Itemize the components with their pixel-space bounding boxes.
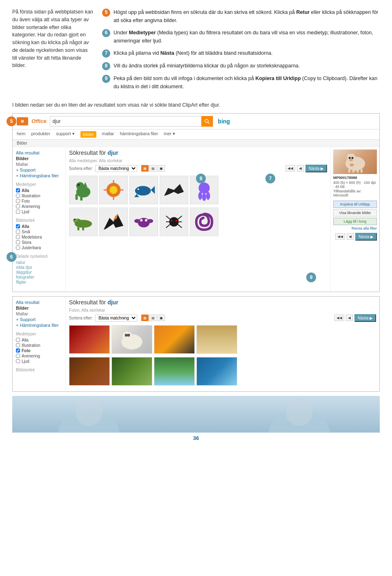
cb2-animering-input[interactable] bbox=[16, 354, 20, 358]
next-page-btn[interactable]: Nästa ▶ bbox=[305, 165, 327, 172]
svg-point-19 bbox=[198, 182, 209, 193]
prev-page-btn[interactable]: ◀ bbox=[297, 165, 304, 172]
sort-select-1[interactable]: Bästa matchning bbox=[95, 165, 137, 172]
cb-medelstora[interactable]: Medelstora bbox=[16, 235, 62, 239]
sort-select-2[interactable]: Bästa matchning bbox=[95, 315, 137, 321]
img-cell-swirl[interactable] bbox=[190, 208, 218, 236]
sidebar2-hamtning[interactable]: + Hämtningsbara filer bbox=[16, 323, 62, 328]
cb2-ljud[interactable]: Ljud bbox=[16, 359, 62, 364]
cb-stora-input[interactable] bbox=[16, 240, 20, 244]
sidebar-tags: Delade nyckelord natur vilda djur däggdj… bbox=[16, 254, 62, 284]
img-cell-crab[interactable] bbox=[129, 208, 158, 236]
nav-hamtning[interactable]: hämtningsbara filer bbox=[120, 131, 158, 138]
cb-foto[interactable]: Foto bbox=[16, 199, 62, 203]
photo-tiger[interactable] bbox=[154, 325, 195, 354]
img-cell-sun[interactable] bbox=[99, 176, 128, 204]
similar-images-btn[interactable]: Visa liknande bilder bbox=[333, 209, 377, 217]
photo-landscape[interactable] bbox=[154, 357, 195, 386]
img-cell-dino[interactable] bbox=[69, 176, 98, 204]
cb-ljud[interactable]: Ljud bbox=[16, 210, 62, 214]
search-input[interactable] bbox=[50, 118, 201, 124]
view-list2[interactable]: ▣ bbox=[158, 165, 165, 172]
cb-ljud-input[interactable] bbox=[16, 210, 20, 214]
copy-clipboard-btn[interactable]: Kopiera till Urklipp bbox=[333, 201, 377, 208]
prev-page-btn-2[interactable]: ◀ bbox=[346, 315, 353, 321]
img-cell-eagle[interactable] bbox=[99, 208, 128, 236]
sidebar-all-results[interactable]: Alla resultat bbox=[16, 150, 62, 155]
sidebar-bilder[interactable]: Bilder bbox=[16, 156, 62, 161]
cb-alla-input[interactable] bbox=[16, 188, 20, 192]
cb-size-alla[interactable]: Alla bbox=[16, 224, 62, 229]
view-list2-2[interactable]: ▣ bbox=[158, 315, 165, 321]
cb2-foto[interactable]: Foto bbox=[16, 348, 62, 353]
cb-illustration[interactable]: Illustration bbox=[16, 194, 62, 198]
tag-fotografier[interactable]: fotografier bbox=[16, 275, 62, 279]
cb2-illustration[interactable]: Illustration bbox=[16, 343, 62, 348]
img-cell-gator[interactable] bbox=[69, 208, 98, 236]
view-list1-2[interactable]: ▤ bbox=[149, 315, 157, 321]
tag-daggdjur[interactable]: däggdjur bbox=[16, 270, 62, 275]
nav-produkter[interactable]: produkter bbox=[31, 131, 50, 138]
browser-area-2: Alla resultat Bilder Mallar + Support + … bbox=[12, 296, 380, 392]
cb-sma[interactable]: Små bbox=[16, 230, 62, 234]
cb-medelstora-input[interactable] bbox=[16, 235, 20, 239]
cb-animering[interactable]: Animering bbox=[16, 204, 62, 209]
view-grid-2[interactable]: ▦ bbox=[141, 315, 149, 321]
cb-alla[interactable]: Alla bbox=[16, 188, 62, 193]
info-prev-btn[interactable]: ◀◀ bbox=[335, 233, 345, 240]
bottom-decoration bbox=[12, 396, 380, 433]
reset-filter-link[interactable]: Rensa alla filter bbox=[333, 226, 377, 230]
photo-blue[interactable] bbox=[196, 357, 237, 386]
img-cell-whale[interactable] bbox=[129, 176, 158, 204]
sidebar2-all-results[interactable]: Alla resultat bbox=[16, 300, 62, 305]
photo-ape[interactable] bbox=[69, 357, 110, 386]
info-next-btn[interactable]: Nästa ▶ bbox=[355, 233, 377, 241]
add-cart-btn[interactable]: Lägg till i korg bbox=[333, 218, 377, 225]
sidebar2-bilder[interactable]: Bilder bbox=[16, 306, 62, 310]
cb-justerbara[interactable]: Justerbara bbox=[16, 246, 62, 250]
nav-support[interactable]: support ▾ bbox=[56, 131, 75, 138]
next-page-btn-2[interactable]: Nästa ▶ bbox=[354, 314, 376, 322]
cb2-alla[interactable]: Alla bbox=[16, 338, 62, 342]
nav-bilder[interactable]: bilder bbox=[80, 131, 96, 138]
nav-hem[interactable]: hem bbox=[17, 131, 25, 138]
cb-animering-input[interactable] bbox=[16, 204, 20, 208]
cb2-illustration-input[interactable] bbox=[16, 343, 20, 347]
img-cell-bird[interactable] bbox=[160, 176, 188, 204]
nav-mallar[interactable]: mallar bbox=[102, 131, 114, 138]
tag-vilda[interactable]: vilda djur bbox=[16, 265, 62, 270]
first-page-btn-2[interactable]: ◀◀ bbox=[334, 315, 344, 321]
cb-stora[interactable]: Stora bbox=[16, 240, 62, 245]
nav-mer[interactable]: mer ▾ bbox=[164, 131, 175, 138]
photo-insect[interactable] bbox=[111, 357, 152, 386]
tags-title: Delade nyckelord bbox=[16, 254, 62, 259]
cb-foto-input[interactable] bbox=[16, 199, 20, 203]
sidebar2-mallar[interactable]: Mallar bbox=[16, 311, 62, 316]
cb-sma-input[interactable] bbox=[16, 230, 20, 234]
img-cell-spider[interactable] bbox=[160, 208, 188, 236]
cb-justerbara-input[interactable] bbox=[16, 246, 20, 250]
cb2-animering[interactable]: Animering bbox=[16, 354, 62, 358]
view-grid[interactable]: ▦ bbox=[141, 165, 149, 172]
search-icon bbox=[204, 118, 210, 124]
photo-cow[interactable] bbox=[111, 325, 152, 354]
tag-faglar[interactable]: fåglar bbox=[16, 280, 62, 284]
tag-natur[interactable]: natur bbox=[16, 260, 62, 265]
info-prev2-btn[interactable]: ◀ bbox=[347, 233, 354, 240]
sidebar-mallar[interactable]: Mallar bbox=[16, 162, 62, 167]
cb2-ljud-input[interactable] bbox=[16, 359, 20, 363]
view-list1[interactable]: ▤ bbox=[149, 165, 157, 172]
photo-sand[interactable] bbox=[196, 325, 237, 354]
sidebar2-support[interactable]: + Support bbox=[16, 317, 62, 322]
cb2-foto-input[interactable] bbox=[16, 348, 20, 353]
cb-size-alla-input[interactable] bbox=[16, 224, 20, 228]
search-bar[interactable] bbox=[50, 116, 213, 127]
cb-illustration-input[interactable] bbox=[16, 194, 20, 198]
sidebar-support[interactable]: + Support bbox=[16, 167, 62, 172]
photo-fox[interactable] bbox=[69, 325, 110, 354]
svg-marker-29 bbox=[104, 214, 123, 230]
cb2-alla-input[interactable] bbox=[16, 338, 20, 342]
search-button[interactable] bbox=[201, 116, 213, 127]
first-page-btn[interactable]: ◀◀ bbox=[285, 165, 295, 172]
sidebar-hamtning[interactable]: + Hämtningsbara filer bbox=[16, 173, 62, 178]
